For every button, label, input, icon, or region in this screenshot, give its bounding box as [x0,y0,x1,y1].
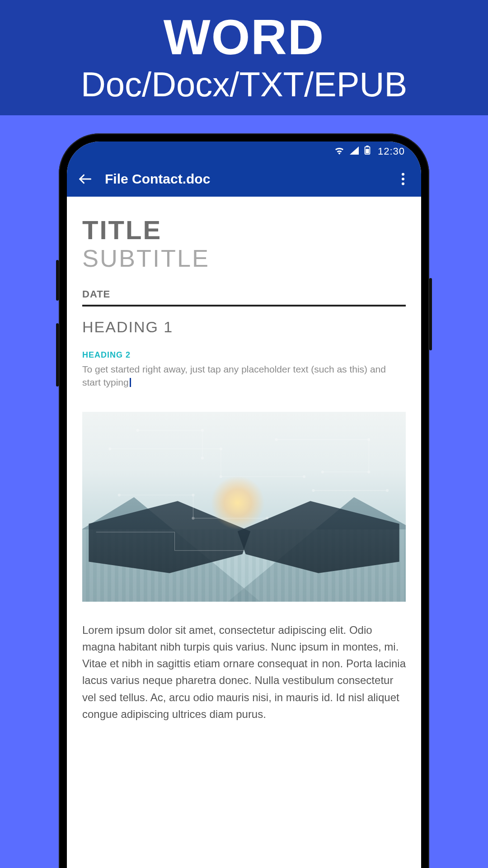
phone-frame: 12:30 File Contact.doc TITLE SUBTITLE DA… [59,133,429,868]
svg-point-4 [402,173,404,175]
phone-side-button [429,278,432,350]
phone-screen: 12:30 File Contact.doc TITLE SUBTITLE DA… [67,142,421,868]
doc-intro-text[interactable]: To get started right away, just tap any … [82,363,406,389]
doc-subtitle[interactable]: SUBTITLE [82,244,406,272]
phone-side-button [56,260,59,301]
svg-point-14 [275,438,278,441]
svg-rect-2 [366,149,369,153]
doc-image[interactable] [82,412,406,602]
svg-point-19 [192,494,194,496]
doc-intro-span: To get started right away, just tap any … [82,364,386,387]
svg-point-6 [402,182,404,185]
doc-date-label[interactable]: DATE [82,288,406,300]
svg-point-13 [201,457,204,459]
promo-header: WORD Doc/Docx/TXT/EPUB [0,0,488,115]
phone-side-button [56,323,59,387]
appbar-title: File Contact.doc [105,171,383,187]
stage: 12:30 File Contact.doc TITLE SUBTITLE DA… [0,115,488,868]
svg-point-8 [220,448,222,450]
svg-point-23 [386,489,389,492]
doc-body-text[interactable]: Lorem ipsum dolor sit amet, consectetur … [82,622,406,722]
svg-point-18 [118,494,121,496]
promo-subtitle: Doc/Docx/TXT/EPUB [81,66,407,104]
document-viewport[interactable]: TITLE SUBTITLE DATE HEADING 1 HEADING 2 … [67,197,421,868]
svg-point-16 [367,471,370,473]
svg-point-7 [108,448,111,450]
text-cursor [130,378,131,387]
svg-point-9 [220,475,222,478]
svg-point-5 [402,178,404,180]
promo-title: WORD [164,12,324,62]
app-bar: File Contact.doc [67,161,421,197]
battery-icon [364,146,371,157]
svg-point-17 [321,471,324,473]
svg-point-22 [312,489,314,492]
cellular-icon [350,146,359,157]
svg-point-12 [201,429,204,432]
doc-heading-1[interactable]: HEADING 1 [82,318,406,336]
status-time: 12:30 [378,146,405,157]
doc-title[interactable]: TITLE [82,215,406,245]
back-button[interactable] [78,172,92,186]
doc-divider [82,305,406,307]
svg-point-11 [136,429,139,432]
doc-heading-2[interactable]: HEADING 2 [82,350,406,360]
wifi-icon [334,146,344,157]
svg-point-15 [367,438,370,441]
svg-point-10 [303,475,305,478]
more-options-button[interactable] [396,172,410,186]
status-bar: 12:30 [67,142,421,161]
